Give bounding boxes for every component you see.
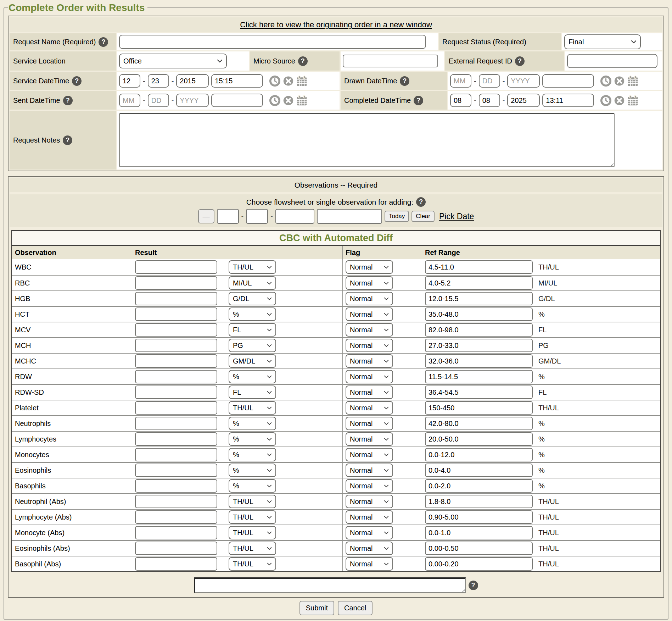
request-notes-textarea[interactable]: [119, 113, 615, 167]
unit-select[interactable]: FL: [229, 323, 276, 337]
flag-select[interactable]: Normal: [346, 432, 393, 446]
ref-range-input[interactable]: [425, 448, 533, 461]
help-icon[interactable]: ?: [63, 135, 72, 145]
ref-range-input[interactable]: [425, 386, 533, 399]
unit-select[interactable]: MI/UL: [229, 276, 276, 290]
help-icon[interactable]: ?: [63, 96, 73, 105]
unit-select[interactable]: TH/UL: [229, 542, 276, 555]
clock-icon[interactable]: [600, 75, 612, 87]
ref-range-input[interactable]: [425, 401, 533, 415]
time-input[interactable]: [211, 74, 263, 88]
flag-select[interactable]: Normal: [346, 307, 393, 321]
unit-select[interactable]: TH/UL: [229, 526, 276, 539]
month-input[interactable]: [119, 74, 140, 88]
time-input[interactable]: [542, 94, 594, 107]
year-input[interactable]: [507, 94, 540, 107]
ref-range-input[interactable]: [425, 542, 533, 555]
year-input[interactable]: [176, 94, 209, 107]
chooser-month-input[interactable]: [217, 209, 239, 224]
result-input[interactable]: [135, 432, 217, 446]
result-input[interactable]: [135, 526, 217, 539]
today-button[interactable]: Today: [385, 211, 409, 222]
day-input[interactable]: [479, 74, 500, 88]
result-input[interactable]: [135, 276, 217, 290]
result-input[interactable]: [135, 354, 217, 368]
calendar-icon[interactable]: [296, 95, 308, 106]
result-input[interactable]: [135, 401, 217, 415]
flag-select[interactable]: Normal: [346, 260, 393, 274]
ref-range-input[interactable]: [425, 510, 533, 524]
unit-select[interactable]: %: [229, 370, 276, 383]
result-input[interactable]: [135, 417, 217, 430]
day-input[interactable]: [148, 74, 169, 88]
unit-select[interactable]: TH/UL: [229, 510, 276, 524]
year-input[interactable]: [176, 74, 209, 88]
ref-range-input[interactable]: [425, 432, 533, 446]
clock-icon[interactable]: [269, 75, 281, 87]
submit-button[interactable]: Submit: [299, 601, 334, 615]
collapse-button[interactable]: —: [198, 209, 214, 223]
calendar-icon[interactable]: [627, 75, 639, 87]
unit-select[interactable]: %: [229, 464, 276, 477]
ref-range-input[interactable]: [425, 495, 533, 508]
ref-range-input[interactable]: [425, 339, 533, 352]
result-input[interactable]: [135, 339, 217, 352]
time-input[interactable]: [542, 74, 594, 88]
unit-select[interactable]: G/DL: [229, 292, 276, 305]
flag-select[interactable]: Normal: [346, 339, 393, 352]
result-input[interactable]: [135, 292, 217, 305]
chooser-time-input[interactable]: [317, 209, 382, 224]
chooser-year-input[interactable]: [275, 209, 314, 224]
result-input[interactable]: [135, 479, 217, 493]
clear-button[interactable]: Clear: [411, 211, 435, 222]
help-icon[interactable]: ?: [469, 581, 478, 590]
result-input[interactable]: [135, 542, 217, 555]
flag-select[interactable]: Normal: [346, 479, 393, 493]
flag-select[interactable]: Normal: [346, 370, 393, 383]
unit-select[interactable]: TH/UL: [229, 495, 276, 508]
flag-select[interactable]: Normal: [346, 276, 393, 290]
day-input[interactable]: [148, 94, 169, 107]
view-originating-order-link[interactable]: Click here to view the originating order…: [240, 20, 432, 29]
clear-datetime-icon[interactable]: [614, 75, 625, 87]
ref-range-input[interactable]: [425, 557, 533, 571]
flag-select[interactable]: Normal: [346, 354, 393, 368]
month-input[interactable]: [450, 74, 471, 88]
result-input[interactable]: [135, 510, 217, 524]
clock-icon[interactable]: [600, 95, 612, 106]
ref-range-input[interactable]: [425, 323, 533, 337]
result-input[interactable]: [135, 370, 217, 383]
request-status-select[interactable]: Final: [564, 34, 641, 49]
month-input[interactable]: [450, 94, 471, 107]
calendar-icon[interactable]: [296, 75, 308, 87]
ref-range-input[interactable]: [425, 307, 533, 321]
flag-select[interactable]: Normal: [346, 323, 393, 337]
flag-select[interactable]: Normal: [346, 386, 393, 399]
service-location-select[interactable]: Office: [119, 54, 227, 68]
unit-select[interactable]: %: [229, 432, 276, 446]
result-input[interactable]: [135, 448, 217, 461]
month-input[interactable]: [119, 94, 140, 107]
flag-select[interactable]: Normal: [346, 557, 393, 571]
ref-range-input[interactable]: [425, 292, 533, 305]
result-input[interactable]: [135, 307, 217, 321]
flag-select[interactable]: Normal: [346, 292, 393, 305]
unit-select[interactable]: GM/DL: [229, 354, 276, 368]
micro-source-input[interactable]: [343, 55, 438, 67]
ref-range-input[interactable]: [425, 464, 533, 477]
flag-select[interactable]: Normal: [346, 526, 393, 539]
unit-select[interactable]: %: [229, 417, 276, 430]
unit-select[interactable]: TH/UL: [229, 401, 276, 415]
help-icon[interactable]: ?: [400, 76, 409, 86]
ref-range-input[interactable]: [425, 260, 533, 274]
observation-note-textarea[interactable]: [194, 577, 466, 593]
flag-select[interactable]: Normal: [346, 401, 393, 415]
help-icon[interactable]: ?: [298, 56, 308, 66]
help-icon[interactable]: ?: [416, 197, 426, 207]
flag-select[interactable]: Normal: [346, 495, 393, 508]
flag-select[interactable]: Normal: [346, 417, 393, 430]
ref-range-input[interactable]: [425, 354, 533, 368]
clock-icon[interactable]: [269, 95, 281, 106]
time-input[interactable]: [211, 94, 263, 107]
day-input[interactable]: [479, 94, 500, 107]
